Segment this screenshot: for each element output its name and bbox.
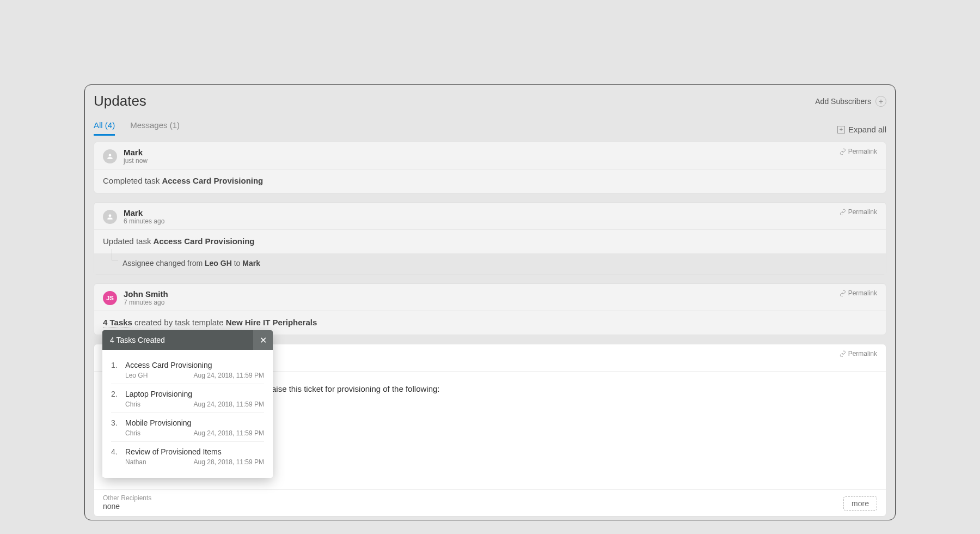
card-body: Updated task Access Card Provisioning — [94, 230, 886, 253]
card-body: Completed task Access Card Provisioning — [94, 169, 886, 193]
tab-messages[interactable]: Messages (1) — [130, 120, 180, 136]
task-assignee: Chris — [125, 429, 140, 437]
link-icon — [840, 350, 846, 357]
task-title: Laptop Provisioning — [125, 390, 264, 398]
header: Updates Add Subscribers + — [85, 85, 895, 114]
permalink-link[interactable]: Permalink — [840, 148, 877, 155]
permalink-link[interactable]: Permalink — [840, 208, 877, 216]
popup-title: 4 Tasks Created — [102, 330, 253, 350]
tasks-created-link[interactable]: 4 Tasks — [103, 318, 132, 327]
change-detail: Assignee changed from Leo GH to Mark — [94, 253, 886, 274]
avatar: JS — [103, 291, 117, 305]
change-text: Assignee changed from — [122, 259, 205, 268]
expand-all-button[interactable]: + Expand all — [837, 125, 886, 136]
tabs: All (4) Messages (1) — [94, 120, 180, 136]
tabs-row: All (4) Messages (1) + Expand all — [85, 120, 895, 136]
other-recipients-value: none — [103, 502, 151, 511]
change-mid: to — [232, 259, 242, 268]
avatar — [103, 149, 117, 163]
author-name: John Smith — [124, 289, 168, 299]
avatar — [103, 210, 117, 224]
author-name: Mark — [124, 208, 164, 217]
tab-all[interactable]: All (4) — [94, 120, 115, 136]
task-due: Aug 24, 2018, 11:59 PM — [194, 429, 264, 437]
task-link[interactable]: Access Card Provisioning — [162, 176, 263, 185]
permalink-label: Permalink — [848, 289, 877, 297]
assignee-from: Leo GH — [205, 259, 232, 268]
popup-body: 1. Access Card Provisioning Leo GH Aug 2… — [102, 350, 273, 478]
task-item[interactable]: 2. Laptop Provisioning Chris Aug 24, 201… — [111, 384, 264, 412]
task-index: 3. — [111, 418, 120, 437]
add-subscribers-button[interactable]: Add Subscribers + — [815, 96, 886, 107]
permalink-link[interactable]: Permalink — [840, 289, 877, 297]
task-index: 1. — [111, 361, 120, 379]
add-subscribers-label: Add Subscribers — [815, 97, 871, 106]
user-icon — [106, 213, 114, 221]
task-link[interactable]: Access Card Provisioning — [154, 236, 255, 246]
task-item[interactable]: 3. Mobile Provisioning Chris Aug 24, 201… — [111, 412, 264, 441]
task-title: Review of Provisioned Items — [125, 447, 264, 456]
task-due: Aug 24, 2018, 11:59 PM — [194, 400, 264, 408]
task-index: 2. — [111, 390, 120, 408]
tasks-created-popup: 4 Tasks Created ✕ 1. Access Card Provisi… — [102, 330, 273, 478]
link-icon — [840, 290, 846, 296]
permalink-link[interactable]: Permalink — [840, 350, 877, 357]
action-text: Completed task — [103, 176, 162, 185]
created-text: created by task template — [132, 318, 226, 327]
template-link[interactable]: New Hire IT Peripherals — [226, 318, 317, 327]
assignee-to: Mark — [242, 259, 260, 268]
more-button[interactable]: more — [843, 496, 877, 511]
card-header: Mark just now Permalink — [94, 142, 886, 169]
task-due: Aug 28, 2018, 11:59 PM — [194, 458, 264, 466]
task-title: Mobile Provisioning — [125, 418, 264, 427]
link-icon — [840, 148, 846, 155]
timestamp: 6 minutes ago — [124, 217, 164, 225]
permalink-label: Permalink — [848, 350, 877, 357]
popup-header: 4 Tasks Created ✕ — [102, 330, 273, 350]
task-assignee: Leo GH — [125, 372, 148, 379]
task-item[interactable]: 4. Review of Provisioned Items Nathan Au… — [111, 441, 264, 470]
permalink-label: Permalink — [848, 148, 877, 155]
activity-card: Mark just now Permalink Completed task A… — [94, 142, 886, 193]
user-icon — [106, 153, 114, 160]
popup-close-button[interactable]: ✕ — [253, 330, 273, 350]
other-recipients-label: Other Recipients — [103, 494, 151, 502]
task-title: Access Card Provisioning — [125, 361, 264, 369]
task-item[interactable]: 1. Access Card Provisioning Leo GH Aug 2… — [111, 355, 264, 384]
updates-panel: Updates Add Subscribers + All (4) Messag… — [84, 84, 896, 520]
expand-icon: + — [837, 126, 845, 134]
plus-icon: + — [875, 96, 886, 107]
card-header: JS John Smith 7 minutes ago Permalink — [94, 284, 886, 311]
task-index: 4. — [111, 447, 120, 466]
task-assignee: Nathan — [125, 458, 146, 466]
other-recipients-row: Other Recipients none more — [94, 489, 886, 516]
link-icon — [840, 209, 846, 215]
timestamp: 7 minutes ago — [124, 299, 168, 306]
expand-all-label: Expand all — [848, 125, 886, 134]
close-icon: ✕ — [260, 335, 267, 345]
timestamp: just now — [124, 157, 148, 165]
card-header: Mark 6 minutes ago Permalink — [94, 203, 886, 230]
activity-card: Mark 6 minutes ago Permalink Updated tas… — [94, 202, 886, 275]
activity-card: JS John Smith 7 minutes ago Permalink 4 … — [94, 283, 886, 335]
permalink-label: Permalink — [848, 208, 877, 216]
task-assignee: Chris — [125, 400, 140, 408]
author-name: Mark — [124, 148, 148, 157]
avatar-initials: JS — [106, 295, 113, 301]
page-title: Updates — [94, 93, 146, 110]
task-due: Aug 24, 2018, 11:59 PM — [194, 372, 264, 379]
action-text: Updated task — [103, 236, 154, 246]
